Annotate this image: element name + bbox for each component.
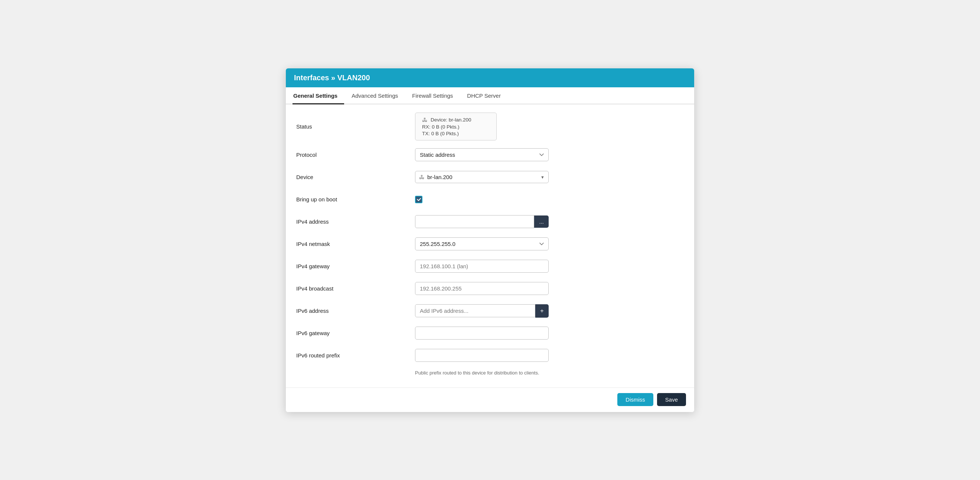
chevron-down-icon: ▼	[541, 175, 544, 179]
device-row: Device 🖧 br-lan.200 ▼	[296, 169, 684, 185]
status-device-row: 🖧 Device: br-lan.200	[422, 116, 490, 123]
ipv4-netmask-row: IPv4 netmask 255.255.255.0 255.255.0.0 2…	[296, 236, 684, 252]
network-icon: 🖧	[422, 116, 428, 123]
status-rx-row: RX: 0 B (0 Pkts.)	[422, 124, 490, 130]
ipv4-address-input-wrap: 192.168.200.1 ...	[415, 215, 549, 228]
ipv6-gateway-label: IPv6 gateway	[296, 330, 415, 336]
ipv4-address-label: IPv4 address	[296, 218, 415, 225]
device-label: Device	[296, 174, 415, 180]
status-row: Status 🖧 Device: br-lan.200 RX: 0 B (0 P…	[296, 113, 684, 140]
protocol-control: Static address DHCP client DHCPv6 client…	[415, 148, 684, 161]
ipv4-broadcast-label: IPv4 broadcast	[296, 285, 415, 292]
ipv4-netmask-label: IPv4 netmask	[296, 241, 415, 247]
ipv4-address-control: 192.168.200.1 ...	[415, 215, 684, 228]
bring-up-label: Bring up on boot	[296, 196, 415, 203]
modal-footer: Dismiss Save	[286, 388, 694, 412]
ipv4-broadcast-row: IPv4 broadcast	[296, 281, 684, 297]
modal-title: Interfaces » VLAN200	[294, 73, 370, 82]
ipv4-address-dots-button[interactable]: ...	[534, 215, 549, 228]
ipv6-routed-prefix-row: IPv6 routed prefix	[296, 348, 684, 364]
ipv6-routed-prefix-control	[415, 349, 684, 362]
modal-header: Interfaces » VLAN200	[286, 69, 694, 87]
bring-up-row: Bring up on boot	[296, 192, 684, 207]
ipv4-netmask-select[interactable]: 255.255.255.0 255.255.0.0 255.0.0.0	[415, 238, 549, 250]
protocol-select[interactable]: Static address DHCP client DHCPv6 client…	[415, 148, 549, 161]
modal-container: Interfaces » VLAN200 General Settings Ad…	[286, 69, 694, 412]
bring-up-checkbox[interactable]	[415, 196, 422, 203]
status-tx-row: TX: 0 B (0 Pkts.)	[422, 131, 490, 136]
ipv6-routed-prefix-label: IPv6 routed prefix	[296, 352, 415, 359]
dismiss-button[interactable]: Dismiss	[617, 393, 653, 406]
tab-advanced-settings[interactable]: Advanced Settings	[351, 87, 405, 104]
tab-firewall-settings[interactable]: Firewall Settings	[411, 87, 460, 104]
ipv6-address-input-wrap: +	[415, 304, 549, 317]
status-device: Device: br-lan.200	[431, 117, 471, 123]
tab-dhcp-server[interactable]: DHCP Server	[466, 87, 508, 104]
status-rx: RX: 0 B (0 Pkts.)	[422, 124, 460, 130]
ipv4-gateway-input[interactable]	[415, 260, 549, 273]
ipv6-address-control: +	[415, 304, 684, 317]
ipv4-gateway-row: IPv4 gateway	[296, 258, 684, 274]
tab-general-settings[interactable]: General Settings	[293, 87, 344, 104]
device-control: 🖧 br-lan.200 ▼	[415, 171, 684, 183]
device-select[interactable]: 🖧 br-lan.200 ▼	[415, 171, 549, 183]
protocol-row: Protocol Static address DHCP client DHCP…	[296, 147, 684, 163]
ipv6-gateway-control	[415, 327, 684, 340]
status-box: 🖧 Device: br-lan.200 RX: 0 B (0 Pkts.) T…	[415, 113, 497, 140]
ipv6-address-input[interactable]	[415, 304, 535, 317]
ipv4-netmask-control: 255.255.255.0 255.255.0.0 255.0.0.0	[415, 238, 684, 250]
modal-body: Status 🖧 Device: br-lan.200 RX: 0 B (0 P…	[286, 104, 694, 388]
ipv6-address-row: IPv6 address +	[296, 303, 684, 319]
protocol-label: Protocol	[296, 151, 415, 158]
status-tx: TX: 0 B (0 Pkts.)	[422, 131, 459, 136]
status-control: 🖧 Device: br-lan.200 RX: 0 B (0 Pkts.) T…	[415, 113, 684, 140]
bring-up-control	[415, 196, 684, 203]
ipv6-routed-hint: Public prefix routed to this device for …	[415, 370, 684, 376]
ipv4-address-input[interactable]: 192.168.200.1	[415, 215, 534, 228]
ipv4-address-row: IPv4 address 192.168.200.1 ...	[296, 214, 684, 230]
ipv4-gateway-control	[415, 260, 684, 273]
ipv6-address-plus-button[interactable]: +	[535, 304, 549, 317]
tab-bar: General Settings Advanced Settings Firew…	[286, 87, 694, 104]
status-label: Status	[296, 123, 415, 130]
ipv4-gateway-label: IPv4 gateway	[296, 263, 415, 270]
ipv4-broadcast-input[interactable]	[415, 282, 549, 295]
device-network-icon: 🖧	[419, 174, 425, 180]
save-button[interactable]: Save	[657, 393, 686, 406]
ipv6-routed-prefix-input[interactable]	[415, 349, 549, 362]
ipv6-gateway-row: IPv6 gateway	[296, 325, 684, 341]
ipv6-gateway-input[interactable]	[415, 327, 549, 340]
ipv6-address-label: IPv6 address	[296, 308, 415, 314]
device-value: br-lan.200	[427, 174, 452, 180]
ipv4-broadcast-control	[415, 282, 684, 295]
